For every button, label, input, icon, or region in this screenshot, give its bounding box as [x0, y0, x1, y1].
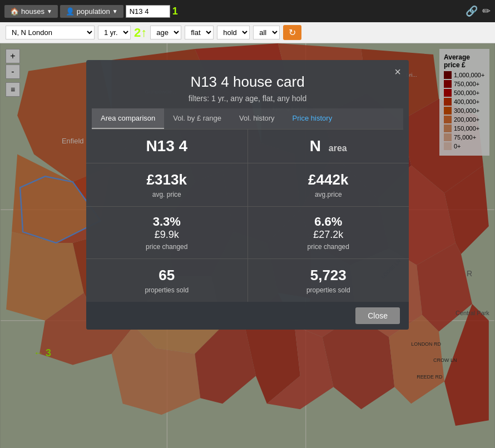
houses-label: houses	[21, 7, 44, 16]
n-area-avg-price-label: avg.price	[259, 191, 398, 198]
person-icon: 👤	[66, 7, 75, 16]
house-card-modal: N13 4 house card filters: 1 yr., any age…	[86, 60, 409, 330]
n-area-pct: 6.6%	[259, 215, 398, 229]
modal-header: N13 4 house card filters: 1 yr., any age…	[86, 60, 409, 108]
refresh-button[interactable]: ↻	[283, 25, 301, 40]
table-row-price-change: 3.3% £9.9k price changed 6.6% £27.2k pri…	[86, 207, 409, 259]
link-button[interactable]: 🔗	[466, 5, 478, 17]
n-area-label: N area	[259, 137, 398, 155]
tab-price-history[interactable]: Price history	[284, 108, 341, 129]
all-select[interactable]: all	[253, 26, 280, 39]
home-icon: 🏠	[10, 7, 19, 16]
nav-right: 🔗 ✏	[466, 5, 491, 17]
table-row-properties-sold: 65 properties sold 5,723 properties sold	[86, 259, 409, 302]
modal-tabs: Area comparison Vol. by £ range Vol. his…	[92, 108, 403, 130]
n13-4-sold: 65	[97, 267, 236, 284]
modal-subtitle: filters: 1 yr., any age, flat, any hold	[97, 94, 398, 103]
tab-vol-history[interactable]: Vol. history	[230, 108, 284, 129]
top-nav: 🏠 houses ▼ 👤 population ▼ 1 🔗 ✏	[0, 0, 495, 22]
modal-overlay: N13 4 house card filters: 1 yr., any age…	[0, 43, 495, 448]
time-select[interactable]: 1 yr.	[98, 26, 131, 39]
n13-4-val: £9.9k	[97, 229, 236, 241]
step1-label: 1	[172, 6, 178, 17]
col1-avg-price-cell: £313k avg. price	[86, 163, 248, 207]
col2-header-cell: N area	[248, 130, 409, 163]
n-area-val: £27.2k	[259, 229, 398, 241]
caret-icon: ▼	[47, 8, 52, 14]
n13-4-price-change-label: price changed	[97, 243, 236, 251]
col2-properties-cell: 5,723 properties sold	[248, 259, 409, 302]
col2-price-change-cell: 6.6% £27.2k price changed	[248, 207, 409, 259]
step2-label: 2↑	[134, 26, 147, 40]
houses-button[interactable]: 🏠 houses ▼	[4, 5, 58, 18]
n13-4-avg-price: £313k	[97, 171, 236, 188]
population-label: population	[77, 7, 110, 16]
hold-select[interactable]: hold	[217, 26, 250, 39]
n13-4-avg-price-label: avg. price	[97, 191, 236, 198]
modal-close-button[interactable]: ×	[394, 66, 401, 78]
n13-4-pct: 3.3%	[97, 215, 236, 229]
n13-4-sold-label: properties sold	[97, 286, 236, 294]
n-area-price-change-label: price changed	[259, 243, 398, 251]
n-area-sold-label: properties sold	[259, 286, 398, 294]
col1-header-cell: N13 4	[86, 130, 248, 163]
table-row-avg-price: £313k avg. price £442k avg.price	[86, 163, 409, 207]
col2-avg-price-cell: £442k avg.price	[248, 163, 409, 207]
modal-title: N13 4 house card	[97, 73, 398, 91]
area-select[interactable]: N, N London	[6, 26, 95, 39]
comparison-table: N13 4 N area £313k avg. p	[86, 130, 409, 302]
search-input[interactable]	[126, 5, 170, 18]
table-header-row: N13 4 N area	[86, 130, 409, 163]
close-button[interactable]: Close	[355, 307, 400, 324]
n-area-avg-price: £442k	[259, 171, 398, 188]
filter-bar: N, N London 1 yr. 2↑ age flat hold all ↻	[0, 22, 495, 43]
caret2-icon: ▼	[112, 8, 118, 14]
col1-properties-cell: 65 properties sold	[86, 259, 248, 302]
map-area: Enfield LOOSE LN LONDON RD CROW LN REEDE…	[0, 43, 495, 448]
tab-area-comparison[interactable]: Area comparison	[92, 108, 164, 129]
type-select[interactable]: flat	[185, 26, 214, 39]
modal-footer: Close	[86, 302, 409, 330]
age-select[interactable]: age	[150, 26, 181, 39]
col1-price-change-cell: 3.3% £9.9k price changed	[86, 207, 248, 259]
n-area-sold: 5,723	[259, 267, 398, 284]
tab-vol-by-range[interactable]: Vol. by £ range	[164, 108, 230, 129]
population-button[interactable]: 👤 population ▼	[60, 5, 123, 18]
n13-4-label: N13 4	[97, 137, 236, 155]
edit-button[interactable]: ✏	[482, 5, 491, 17]
